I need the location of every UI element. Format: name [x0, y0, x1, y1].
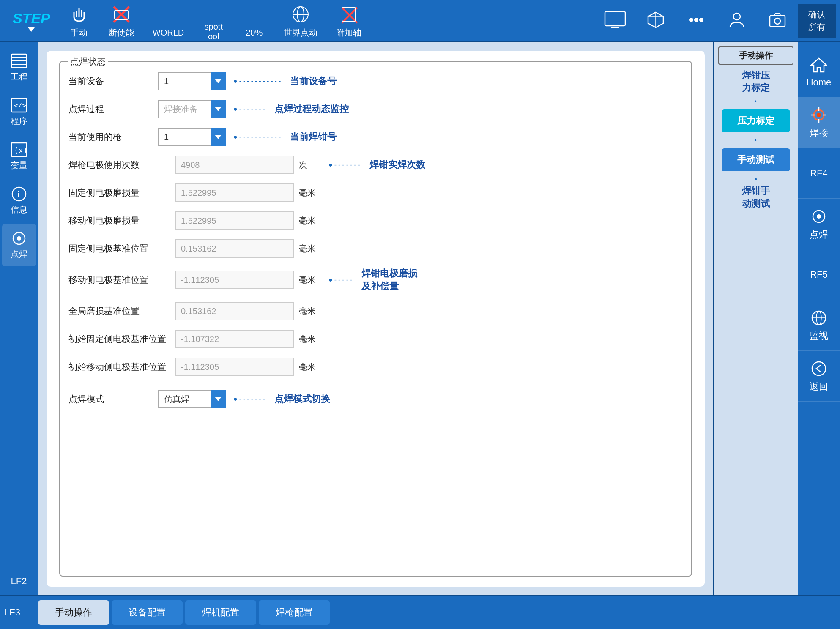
tab-welder-config[interactable]: 焊机配置 — [185, 600, 256, 625]
nav-item-back[interactable]: 返回 — [798, 351, 840, 402]
program-icon: </> — [9, 97, 29, 113]
confirm-all-button[interactable]: 确认 所有 — [798, 4, 836, 38]
current-gun-row: 当前使用的枪 1 ●----------- 当前焊钳号 — [68, 128, 683, 146]
electrode-count-input — [175, 156, 294, 174]
gun-manual-dot-connector: • — [718, 175, 793, 183]
tab-device-config[interactable]: 设备配置 — [112, 600, 183, 625]
current-gun-select[interactable]: 1 — [158, 128, 226, 146]
toolbar-icon2[interactable] — [635, 9, 676, 33]
current-device-annotation: 当前设备号 — [290, 75, 337, 88]
mobile-wear-row: 移动侧电极磨损量 毫米 — [68, 211, 683, 230]
sidebar-item-info[interactable]: i 信息 — [2, 180, 36, 222]
mobile-wear-unit: 毫米 — [299, 215, 319, 227]
toolbar-world[interactable]: WORLD — [143, 0, 193, 41]
current-device-select[interactable]: 1 2 3 — [158, 72, 226, 90]
nav-weld-label: 焊接 — [810, 127, 828, 139]
mobile-base-unit: 毫米 — [299, 274, 319, 286]
init-mobile-unit: 毫米 — [299, 361, 319, 373]
fixed-base-label: 固定侧电极基准位置 — [68, 243, 170, 254]
nav-item-monitor[interactable]: 监视 — [798, 300, 840, 351]
nav-item-home[interactable]: Home — [798, 46, 840, 97]
gun-manual-test-label: 焊钳手 动测试 — [718, 185, 793, 210]
svg-marker-32 — [811, 58, 826, 72]
svg-text:</>: </> — [14, 101, 26, 109]
weld-process-select-wrap: 焊接准备 — [158, 100, 226, 118]
toolbar-icon1[interactable] — [595, 9, 635, 33]
nav-item-rf5[interactable]: RF5 — [798, 249, 840, 300]
toolbar-worldmove[interactable]: 世界点动 — [274, 0, 327, 41]
toolbar-manual[interactable]: 手动 — [59, 0, 99, 41]
svg-rect-10 — [611, 27, 619, 28]
svg-point-15 — [694, 18, 698, 22]
dots-icon — [685, 9, 707, 31]
home-icon — [810, 56, 828, 74]
toolbar-worldmove-label: 世界点动 — [284, 27, 317, 38]
right-panel: 手动操作 焊钳压 力标定 • 压力标定 • 手动测试 • 焊钳手 动测试 — [713, 42, 798, 595]
current-gun-annotation: 当前焊钳号 — [290, 131, 337, 143]
pressure-calib-button[interactable]: 压力标定 — [722, 109, 790, 132]
current-device-row: 当前设备 1 2 3 ●----------- 当前设备号 — [68, 72, 683, 90]
nav-item-rf4[interactable]: RF4 — [798, 148, 840, 199]
monitor-icon — [604, 9, 626, 31]
toolbar-disable[interactable]: 断使能 — [99, 0, 143, 41]
nav-item-weld[interactable]: 焊接 — [798, 97, 840, 148]
fixed-base-row: 固定侧电极基准位置 毫米 — [68, 239, 683, 258]
weld-process-label: 点焊过程 — [68, 103, 153, 115]
fixed-wear-unit: 毫米 — [299, 187, 319, 199]
toolbar-spottool[interactable]: spott ool — [193, 0, 234, 41]
svg-point-31 — [17, 236, 21, 241]
gun-pressure-text: 焊钳压 力标定 — [742, 70, 770, 93]
tab-gun-config[interactable]: 焊枪配置 — [259, 600, 330, 625]
sidebar-item-variable[interactable]: (x) 变量 — [2, 135, 36, 178]
panel-form: 当前设备 1 2 3 ●----------- 当前设备号 — [68, 72, 683, 567]
step-logo[interactable]: STEP — [4, 10, 59, 32]
svg-point-44 — [812, 362, 826, 375]
right-panel-header: 手动操作 焊钳压 力标定 • 压力标定 • 手动测试 • 焊钳手 动测试 — [714, 42, 798, 213]
toolbar-right: 确认 所有 — [595, 4, 836, 38]
nav-item-spotweld2[interactable]: 点焊 — [798, 199, 840, 249]
svg-point-34 — [817, 113, 821, 117]
init-mobile-label: 初始移动侧电极基准位置 — [68, 361, 170, 373]
fixed-wear-input — [175, 183, 294, 202]
mobile-wear-input — [175, 211, 294, 230]
svg-point-14 — [689, 18, 693, 22]
electrode-count-annotation: 焊钳实焊次数 — [369, 159, 425, 171]
sidebar-info-label: 信息 — [11, 204, 27, 216]
sidebar-variable-label: 变量 — [11, 160, 27, 171]
data-rows-left: 焊枪电极使用次数 次 ●------- 焊钳实焊次数 固定侧电极磨损量 — [68, 156, 683, 386]
main-area: 工程 </> 程序 (x) 变量 — [0, 42, 840, 595]
current-device-label: 当前设备 — [68, 75, 153, 87]
bottom-tabs: LF3 手动操作 设备配置 焊机配置 焊枪配置 — [0, 595, 840, 629]
svg-point-40 — [817, 214, 821, 219]
top-toolbar: STEP 手动 断使能 WORLD spott ool — [0, 0, 840, 42]
weld-mode-row: 点焊模式 仿真焊 ●------- 点焊模式切换 — [68, 390, 683, 408]
toolbar-disable-label: 断使能 — [109, 27, 134, 38]
toolbar-percent[interactable]: 20% — [234, 0, 274, 41]
weld-process-select[interactable]: 焊接准备 — [158, 100, 226, 118]
toolbar-icon4[interactable] — [717, 9, 757, 33]
weld-mode-label: 点焊模式 — [68, 393, 153, 405]
toolbar-icon3[interactable] — [676, 9, 717, 33]
global-wear-unit: 毫米 — [299, 306, 319, 317]
person-icon — [726, 9, 748, 31]
world-icon — [157, 4, 179, 26]
monitor2-icon — [810, 309, 828, 327]
weld-process-row: 点焊过程 焊接准备 ●------- 点焊过程动态监控 — [68, 100, 683, 118]
fixed-base-input — [175, 239, 294, 258]
toolbar-extraaxis[interactable]: 附加轴 — [327, 0, 371, 41]
tab-manual-ops[interactable]: 手动操作 — [38, 600, 109, 625]
toolbar-icon5[interactable] — [757, 9, 798, 33]
variable-icon: (x) — [9, 142, 29, 158]
manual-test-button[interactable]: 手动测试 — [722, 148, 790, 171]
sidebar-item-engineering[interactable]: 工程 — [2, 46, 36, 89]
weld-mode-select-wrap: 仿真焊 — [158, 390, 226, 408]
sidebar-item-program[interactable]: </> 程序 — [2, 91, 36, 133]
sidebar-engineering-label: 工程 — [11, 71, 27, 82]
lf2-label: LF2 — [11, 576, 27, 587]
spotweld2-icon — [810, 207, 828, 226]
init-fixed-row: 初始固定侧电极基准位置 毫米 — [68, 330, 683, 348]
sidebar-item-spotweld[interactable]: 点焊 — [2, 224, 36, 266]
fixed-wear-label: 固定侧电极磨损量 — [68, 187, 170, 199]
weld-mode-select[interactable]: 仿真焊 — [158, 390, 226, 408]
mobile-wear-label: 移动侧电极磨损量 — [68, 215, 170, 227]
